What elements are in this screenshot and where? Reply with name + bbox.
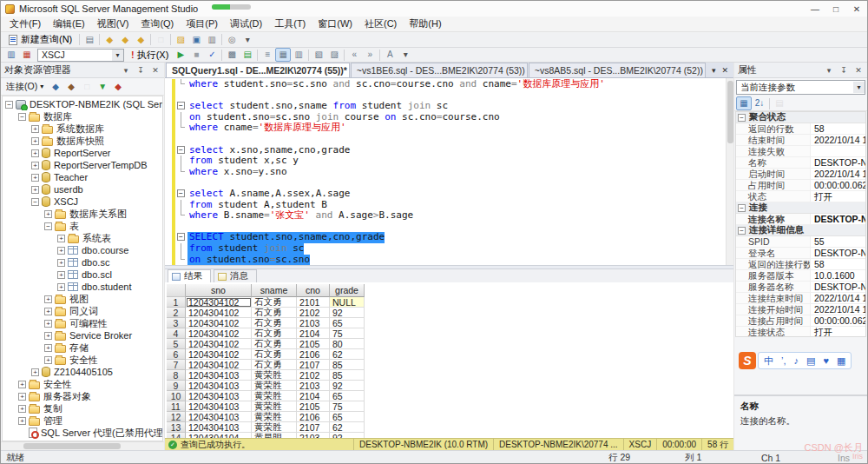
grid-row-number[interactable]: 10: [167, 391, 186, 401]
grid-row-number[interactable]: 6: [167, 349, 186, 360]
collapse-icon[interactable]: −: [177, 146, 185, 154]
new-file-icon[interactable]: ▤: [82, 33, 97, 47]
grid-cell[interactable]: 2102: [297, 370, 330, 381]
grid-cell[interactable]: 1204304103: [186, 370, 252, 381]
property-value[interactable]: 00:00:00.062: [811, 180, 865, 190]
expander-icon[interactable]: +: [57, 283, 65, 291]
expander-icon[interactable]: +: [57, 271, 65, 279]
indent-icon[interactable]: »: [362, 48, 378, 62]
property-value[interactable]: DESKTOP-NBME2IK: [811, 157, 865, 168]
profiler-icon[interactable]: ▦: [19, 48, 35, 62]
expander-icon[interactable]: +: [31, 174, 39, 182]
minimize-button[interactable]: —: [809, 4, 821, 14]
grid-cell[interactable]: 2104: [297, 391, 330, 401]
grid-row-number[interactable]: 3: [167, 318, 186, 328]
alphabetical-icon[interactable]: 2↓: [752, 96, 767, 110]
expander-icon[interactable]: +: [31, 137, 39, 145]
menu-item-4[interactable]: 查询(Q): [135, 16, 180, 32]
grid-cell[interactable]: 黄荣胜: [252, 412, 297, 422]
sql-editor[interactable]: where student.sno=sc.sno and sc.cno=cour…: [165, 78, 733, 265]
tree-item[interactable]: +Teacher: [3, 171, 162, 183]
tree-item[interactable]: +Z2104405105: [3, 366, 162, 378]
collapse-icon[interactable]: −: [177, 233, 185, 241]
property-section-header[interactable]: −聚合状态: [736, 112, 865, 123]
property-value[interactable]: 打开: [811, 191, 865, 202]
tree-item[interactable]: +ReportServerTempDB: [3, 159, 162, 171]
grid-cell[interactable]: 85: [330, 360, 365, 370]
grid-cell[interactable]: 1204304102: [186, 297, 252, 308]
expander-icon[interactable]: +: [57, 247, 65, 255]
categorized-icon[interactable]: ▦: [736, 96, 752, 110]
expander-icon[interactable]: +: [44, 210, 52, 218]
property-row[interactable]: 服务器版本10.0.1600: [736, 270, 865, 282]
pin-icon[interactable]: ↧: [838, 66, 849, 75]
property-row[interactable]: 登录名DESKTOP-NBME2IK: [736, 248, 865, 259]
open-folder-icon[interactable]: ▨: [173, 33, 188, 47]
tree-item[interactable]: +ReportServer: [3, 147, 162, 159]
parse-icon[interactable]: ✓: [204, 48, 220, 62]
print-icon[interactable]: ▥: [204, 33, 220, 47]
collapse-icon[interactable]: −: [738, 204, 746, 212]
collapse-icon[interactable]: −: [738, 114, 746, 122]
expander-icon[interactable]: +: [57, 259, 65, 267]
paste-icon[interactable]: □: [153, 33, 168, 47]
close-panel-icon[interactable]: ✕: [150, 66, 161, 75]
grid-cell[interactable]: 65: [330, 412, 365, 422]
editor-line-9[interactable]: where x.sno=y.sno: [165, 167, 733, 178]
grid-cell[interactable]: 石文勇: [252, 349, 297, 360]
menu-item-3[interactable]: 视图(V): [91, 16, 135, 32]
database-engine-query-icon[interactable]: ◆: [102, 33, 117, 47]
property-value[interactable]: DESKTOP-NBME2IK: [811, 214, 865, 224]
grid-cell[interactable]: 92: [330, 308, 365, 318]
property-row[interactable]: 返回的行数58: [736, 123, 865, 135]
grid-cell[interactable]: 1204304102: [186, 328, 252, 339]
tree-item[interactable]: +安全性: [3, 354, 162, 366]
grid-cell[interactable]: 2103: [297, 318, 330, 328]
grid-cell[interactable]: 75: [330, 401, 365, 412]
property-value[interactable]: 2022/10/14 11:43:4: [811, 304, 865, 315]
grid-cell[interactable]: 1204304102: [186, 318, 252, 328]
menu-item-7[interactable]: 工具(T): [268, 16, 312, 32]
expander-icon[interactable]: +: [18, 405, 26, 413]
results-text-icon[interactable]: ≡: [260, 48, 275, 62]
grid-cell[interactable]: 2106: [297, 349, 330, 360]
property-section-header[interactable]: −连接: [736, 202, 865, 214]
grid-column-header[interactable]: cno: [297, 284, 330, 297]
property-pages-icon[interactable]: ▤: [772, 96, 787, 110]
ime-mode-icon[interactable]: 中: [764, 355, 773, 368]
grid-cell[interactable]: 石文勇: [252, 360, 297, 370]
pin-icon[interactable]: ↧: [135, 66, 146, 75]
database-combobox[interactable]: XSCJ ▾: [37, 49, 124, 62]
ime-mic-icon[interactable]: ♪: [794, 355, 799, 366]
tree-item[interactable]: +dbo.student: [3, 281, 162, 293]
property-value[interactable]: DESKTOP-NBME2IK: [811, 248, 865, 258]
expander-icon[interactable]: +: [44, 356, 52, 364]
menu-item-5[interactable]: 项目(P): [180, 16, 224, 32]
grid-cell[interactable]: 1204304102: [186, 349, 252, 360]
properties-object-combobox[interactable]: 当前连接参数 ▾: [736, 80, 865, 95]
grid-cell[interactable]: 石文勇: [252, 297, 297, 308]
scrollbar-thumb[interactable]: [23, 443, 121, 449]
tree-item[interactable]: +安全性: [3, 378, 162, 390]
menu-item-10[interactable]: 帮助(H): [403, 16, 447, 32]
sogou-logo-icon[interactable]: S: [739, 352, 756, 369]
grid-cell[interactable]: 1204304103: [186, 401, 252, 412]
connect-button[interactable]: 连接(O) ▾: [3, 81, 46, 93]
property-value[interactable]: 2022/10/14 11:43:4: [811, 135, 865, 145]
property-value[interactable]: 00:00:00.062: [811, 315, 865, 326]
grid-cell[interactable]: 石文勇: [252, 318, 297, 328]
activity-monitor-icon[interactable]: ▥: [3, 48, 19, 62]
grid-cell[interactable]: 黄荣胜: [252, 381, 297, 391]
grid-cell[interactable]: 65: [330, 318, 365, 328]
fold-margin[interactable]: −: [175, 145, 187, 156]
ime-toolbox-icon[interactable]: ▦: [837, 355, 845, 367]
expander-icon[interactable]: +: [18, 417, 26, 425]
expander-icon[interactable]: +: [44, 344, 52, 352]
template-params-icon[interactable]: A: [382, 48, 398, 62]
tree-item[interactable]: +系统表: [3, 232, 162, 244]
tree-item[interactable]: +同义词: [3, 305, 162, 317]
grid-cell[interactable]: 石文勇: [252, 339, 297, 349]
disconnect-server-icon[interactable]: ◆: [63, 80, 79, 94]
results-grid-icon[interactable]: ▦: [275, 48, 291, 62]
grid-cell[interactable]: 石文勇: [252, 308, 297, 318]
